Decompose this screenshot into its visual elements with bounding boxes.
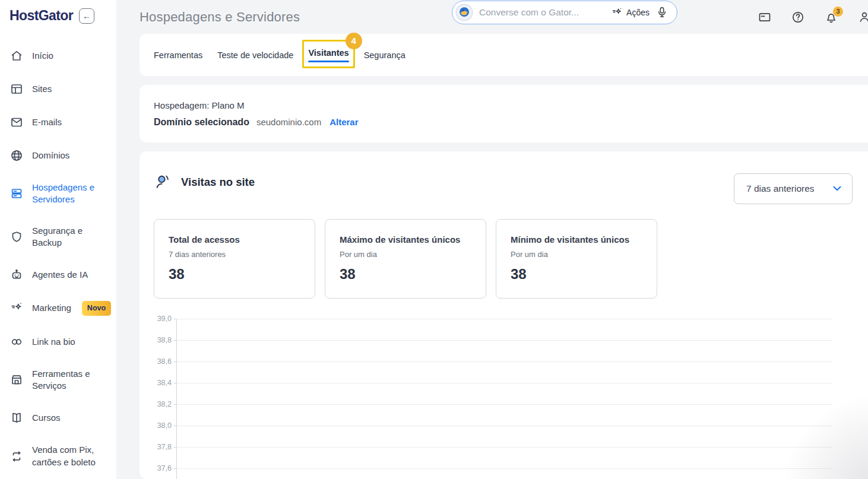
- robot-icon: [9, 268, 24, 282]
- y-tick-label: 38,6: [154, 357, 172, 366]
- collapse-arrow-icon: ←: [83, 12, 91, 20]
- y-tick-label: 37,6: [154, 464, 172, 472]
- sidebar-item-marketing[interactable]: Marketing Novo: [9, 301, 110, 316]
- sidebar-item-label: Link na bio: [32, 336, 75, 348]
- notifications-button[interactable]: 3: [824, 10, 838, 24]
- sidebar-item-label: Sites: [32, 83, 52, 95]
- stat-subtitle: Por um dia: [340, 250, 471, 259]
- sidebar-item-emails[interactable]: E-mails: [9, 115, 110, 129]
- sidebar-item-label: Cursos: [32, 412, 61, 424]
- y-tick-label: 38,4: [154, 379, 172, 387]
- account-button[interactable]: [857, 10, 868, 24]
- link-icon: [9, 335, 24, 349]
- tab-ferramentas[interactable]: Ferramentas: [154, 50, 202, 60]
- sidebar-item-dominios[interactable]: Domínios: [9, 148, 110, 163]
- visitors-icon: [154, 173, 173, 192]
- sidebar-item-hospedagens-servidores[interactable]: Hospedagens e Servidores: [9, 182, 110, 206]
- sparkles-icon: [9, 301, 24, 315]
- sidebar-item-label: Marketing: [32, 302, 71, 314]
- gator-avatar: [455, 4, 473, 21]
- sidebar-item-label: E-mails: [32, 116, 62, 128]
- logo-row: HostGator ←: [0, 0, 116, 24]
- stat-value: 38: [511, 266, 642, 283]
- stat-value: 38: [340, 266, 471, 283]
- period-dropdown[interactable]: 7 dias anteriores: [734, 173, 853, 204]
- sparkle-icon: [611, 7, 623, 18]
- step-annotation-badge: 4: [346, 33, 362, 49]
- y-tick-label: 38,2: [154, 400, 172, 408]
- sidebar-item-label: Agentes de IA: [32, 269, 88, 281]
- hosting-info-card: Hospedagem: Plano M Domínio selecionado …: [140, 85, 868, 142]
- stats-row: Total de acessos 7 dias anteriores 38 Má…: [154, 219, 868, 299]
- sidebar-item-sites[interactable]: Sites: [9, 82, 110, 96]
- tab-visitantes-wrap: Visitantes 4: [308, 48, 349, 62]
- sidebar-collapse-button[interactable]: ←: [79, 8, 94, 24]
- period-dropdown-value: 7 dias anteriores: [746, 183, 815, 194]
- visits-chart: 39,0 38,8 38,6 38,4 38,2 38,0 37,8 37,6: [154, 308, 868, 479]
- stat-subtitle: Por um dia: [511, 250, 642, 259]
- notification-badge: 3: [833, 7, 843, 17]
- chart-y-axis: [176, 319, 177, 479]
- header-icons: 3: [758, 0, 868, 34]
- mail-icon: [9, 115, 24, 129]
- sites-icon: [9, 82, 24, 96]
- sidebar: HostGator ← Início Sites E-mails Domínio…: [0, 0, 116, 479]
- sidebar-item-ferramentas-servicos[interactable]: Ferramentas e Serviços: [9, 368, 110, 392]
- shield-icon: [9, 230, 24, 244]
- sidebar-item-inicio[interactable]: Início: [9, 49, 110, 63]
- visits-section-title: Visitas no site: [181, 176, 255, 189]
- visits-card: Visitas no site 7 dias anteriores Total …: [140, 151, 868, 479]
- actions-label: Ações: [626, 8, 650, 17]
- sidebar-item-label: Domínios: [32, 150, 69, 161]
- stat-value: 38: [169, 266, 300, 283]
- store-icon: [9, 373, 24, 387]
- actions-button[interactable]: Ações: [611, 7, 650, 18]
- tab-teste-de-velocidade[interactable]: Teste de velocidade: [217, 50, 293, 60]
- sidebar-item-label: Ferramentas e Serviços: [32, 368, 109, 392]
- chevron-down-icon: [833, 186, 841, 192]
- novo-badge: Novo: [82, 301, 111, 316]
- main-area: Hospedagens e Servidores Ações 3: [116, 0, 868, 479]
- credit-card-icon: [758, 10, 772, 24]
- gator-chat-search[interactable]: Ações: [452, 1, 677, 24]
- tabs: Ferramentas Teste de velocidade Visitant…: [154, 48, 406, 62]
- change-domain-link[interactable]: Alterar: [330, 117, 358, 127]
- server-icon: [9, 186, 24, 201]
- microphone-icon[interactable]: [655, 6, 669, 19]
- billing-button[interactable]: [758, 10, 772, 24]
- book-icon: [9, 411, 24, 425]
- hostgator-dashboard: { "app": { "logo_text": "HostGator", "co…: [0, 0, 868, 479]
- y-tick-label: 39,0: [154, 315, 172, 323]
- tab-visitantes[interactable]: Visitantes: [308, 48, 349, 62]
- tab-seguranca[interactable]: Segurança: [364, 50, 406, 60]
- page-title: Hospedagens e Servidores: [140, 9, 300, 25]
- y-tick-label: 38,8: [154, 336, 172, 344]
- y-tick-label: 37,8: [154, 443, 172, 451]
- sidebar-item-seguranca-backup[interactable]: Segurança e Backup: [9, 225, 110, 249]
- stat-card-total-acessos: Total de acessos 7 dias anteriores 38: [154, 219, 315, 299]
- help-icon: [791, 10, 805, 24]
- tabs-card: Ferramentas Teste de velocidade Visitant…: [140, 34, 868, 76]
- page-header: Hospedagens e Servidores Ações 3: [140, 0, 868, 34]
- stat-subtitle: 7 dias anteriores: [169, 250, 300, 259]
- globe-icon: [9, 148, 24, 163]
- search-input[interactable]: [479, 7, 605, 18]
- active-tab-indicator: [308, 61, 349, 62]
- stat-card-minimo-visitantes: Mínimo de visitantes únicos Por um dia 3…: [496, 219, 657, 299]
- hosting-plan: Hospedagem: Plano M: [154, 100, 854, 110]
- domain-line: Domínio selecionado seudominio.com Alter…: [154, 117, 854, 128]
- help-button[interactable]: [791, 10, 805, 24]
- hostgator-logo[interactable]: HostGator: [9, 8, 73, 24]
- tab-visitantes-label: Visitantes: [308, 48, 349, 58]
- stat-title: Total de acessos: [169, 234, 300, 245]
- sidebar-item-label: Segurança e Backup: [32, 225, 109, 249]
- payment-icon: [9, 449, 24, 464]
- user-icon: [857, 10, 868, 24]
- sidebar-item-link-na-bio[interactable]: Link na bio: [9, 335, 110, 349]
- sidebar-item-venda-pix[interactable]: Venda com Pix, cartões e boleto: [9, 444, 110, 468]
- sidebar-item-cursos[interactable]: Cursos: [9, 411, 110, 425]
- sidebar-item-label: Venda com Pix, cartões e boleto: [32, 444, 109, 468]
- y-tick-label: 38,0: [154, 421, 172, 430]
- sidebar-item-agentes-ia[interactable]: Agentes de IA: [9, 268, 110, 282]
- stat-card-maximo-visitantes: Máximo de visitantes únicos Por um dia 3…: [325, 219, 486, 299]
